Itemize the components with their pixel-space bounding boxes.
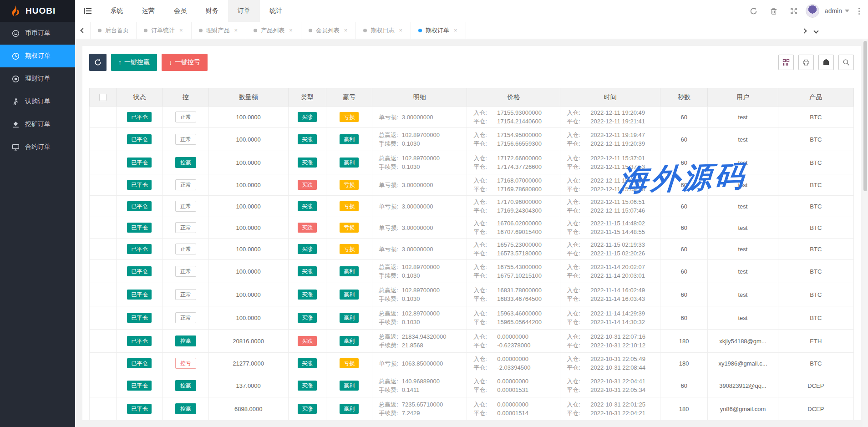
user-menu[interactable]: admin xyxy=(823,7,851,15)
result-badge: 亏损 xyxy=(340,180,359,190)
tabs-menu-icon[interactable] xyxy=(814,26,818,35)
scrollbar-thumb[interactable] xyxy=(863,41,867,191)
search-icon[interactable] xyxy=(838,55,854,70)
time-label: 入仓: xyxy=(567,154,590,163)
topnav-item-3[interactable]: 会员 xyxy=(164,0,196,22)
detail-value: 3.00000000 xyxy=(402,113,433,122)
more-options-icon[interactable] xyxy=(855,8,863,15)
control-button[interactable]: 正常 xyxy=(175,312,196,323)
tab-close-icon[interactable]: × xyxy=(288,27,294,34)
row-select-cell xyxy=(90,128,117,151)
sidebar-item-2[interactable]: 期权订单 xyxy=(0,45,75,67)
time-line: 平仓:2022-11-14 16:03:43 xyxy=(567,295,660,303)
detail-line: 单亏损:1063.85000000 xyxy=(379,359,467,368)
control-button[interactable]: 控亏 xyxy=(175,358,196,369)
col-time: 时间 xyxy=(560,88,660,107)
tabs-scroll-left-icon[interactable] xyxy=(75,22,91,39)
control-button[interactable]: 正常 xyxy=(175,134,196,145)
user-avatar[interactable] xyxy=(806,4,819,18)
control-button[interactable]: 正常 xyxy=(175,179,196,190)
tab-close-icon[interactable]: × xyxy=(178,27,184,34)
collapse-menu-icon[interactable] xyxy=(75,0,101,22)
select-all-checkbox[interactable] xyxy=(99,94,107,101)
seconds-cell: 60 xyxy=(660,107,708,128)
trash-icon[interactable] xyxy=(766,2,782,20)
topnav-item-5[interactable]: 订单 xyxy=(228,0,260,22)
tab-close-icon[interactable]: × xyxy=(343,27,349,34)
col-control: 控 xyxy=(163,88,209,107)
print-icon[interactable] xyxy=(798,55,814,70)
price-label: 平仓: xyxy=(473,228,497,236)
type-badge: 买跌 xyxy=(298,336,317,346)
detail-value: 140.96889000 xyxy=(402,377,440,386)
control-button[interactable]: 正常 xyxy=(175,222,196,233)
sidebar-item-1[interactable]: 币币订单 xyxy=(0,22,75,45)
topnav-item-4[interactable]: 财务 xyxy=(196,0,228,22)
tab-6[interactable]: 期权日志× xyxy=(356,22,411,39)
detail-label: 手续费: xyxy=(379,318,398,326)
tab-5[interactable]: 会员列表× xyxy=(301,22,356,39)
status-badge: 已平仓 xyxy=(127,313,152,323)
tabs-scroll-right-icon[interactable] xyxy=(802,26,806,35)
price-value: 16831.78000000 xyxy=(497,286,542,295)
control-button[interactable]: 控赢 xyxy=(175,336,196,346)
time-value: 2022-11-15 14:48:02 xyxy=(590,219,645,228)
control-button[interactable]: 正常 xyxy=(175,266,196,277)
status-badge: 已平仓 xyxy=(127,336,152,346)
control-button[interactable]: 正常 xyxy=(175,201,196,212)
detail-value: 102.89700000 xyxy=(402,263,440,271)
tab-2[interactable]: 订单统计× xyxy=(137,22,192,39)
time-label: 平仓: xyxy=(567,295,590,303)
detail-cell: 单亏损:3.00000000 xyxy=(372,174,467,196)
control-button[interactable]: 正常 xyxy=(175,289,196,300)
col-result: 赢亏 xyxy=(326,88,372,107)
export-icon[interactable] xyxy=(818,55,834,70)
tab-4[interactable]: 产品列表× xyxy=(246,22,301,39)
sidebar-item-5[interactable]: 挖矿订单 xyxy=(0,113,75,136)
sidebar-item-4[interactable]: 认购订单 xyxy=(0,90,75,113)
topnav-item-1[interactable]: 系统 xyxy=(101,0,132,22)
time-value: 2022-12-11 15:07:46 xyxy=(590,206,645,215)
price-value: 16707.69015400 xyxy=(497,228,542,236)
tab-close-icon[interactable]: × xyxy=(453,27,458,34)
control-button[interactable]: 正常 xyxy=(175,112,196,122)
sidebar-item-3[interactable]: 理财订单 xyxy=(0,67,75,90)
type-badge: 买涨 xyxy=(298,201,317,211)
columns-filter-icon[interactable] xyxy=(778,55,794,70)
refresh-icon[interactable] xyxy=(746,2,762,20)
detail-line: 总赢返:21834.94320000 xyxy=(379,332,467,341)
control-button[interactable]: 控赢 xyxy=(175,157,196,168)
tab-7[interactable]: 期权订单× xyxy=(411,22,466,39)
control-button[interactable]: 正常 xyxy=(175,244,196,254)
row-select-cell xyxy=(90,260,117,283)
result-cell: 亏损 xyxy=(326,217,372,239)
force-win-button[interactable]: ↑一键控赢 xyxy=(111,54,157,71)
detail-line: 总赢返:102.89700000 xyxy=(379,154,467,163)
control-button[interactable]: 控赢 xyxy=(175,380,196,391)
sidebar-item-6[interactable]: 合约订单 xyxy=(0,136,75,158)
result-badge: 赢利 xyxy=(340,290,359,300)
tab-1[interactable]: 后台首页 xyxy=(91,22,137,39)
user-cell: test xyxy=(708,283,778,306)
force-lose-button[interactable]: ↓一键控亏 xyxy=(162,54,208,71)
product-cell: BTC xyxy=(778,174,853,196)
time-line: 平仓:2022-10-31 22:05:34 xyxy=(567,386,660,394)
refresh-table-button[interactable] xyxy=(89,54,107,71)
table-row: 已平仓正常100.0000买涨亏损单亏损:3.00000000入仓:17155.… xyxy=(90,107,854,128)
topnav-item-6[interactable]: 统计 xyxy=(260,0,292,22)
topnav-item-2[interactable]: 运营 xyxy=(132,0,164,22)
fullscreen-icon[interactable] xyxy=(786,2,802,20)
detail-line: 单亏损:3.00000000 xyxy=(379,113,467,122)
tab-3[interactable]: 理财产品× xyxy=(192,22,247,39)
price-label: 入仓: xyxy=(473,108,497,117)
price-label: 平仓: xyxy=(473,163,497,171)
price-line: 入仓:17155.93000000 xyxy=(473,108,560,117)
control-cell: 正常 xyxy=(163,128,209,151)
status-badge: 已平仓 xyxy=(127,381,152,391)
tab-close-icon[interactable]: × xyxy=(398,27,403,34)
time-line: 平仓:2022-10-31 22:04:21 xyxy=(567,409,660,417)
price-value: 17168.07000000 xyxy=(497,176,542,185)
control-button[interactable]: 控赢 xyxy=(175,403,196,414)
tab-close-icon[interactable]: × xyxy=(233,27,239,34)
detail-line: 手续费:0.1030 xyxy=(379,295,467,303)
